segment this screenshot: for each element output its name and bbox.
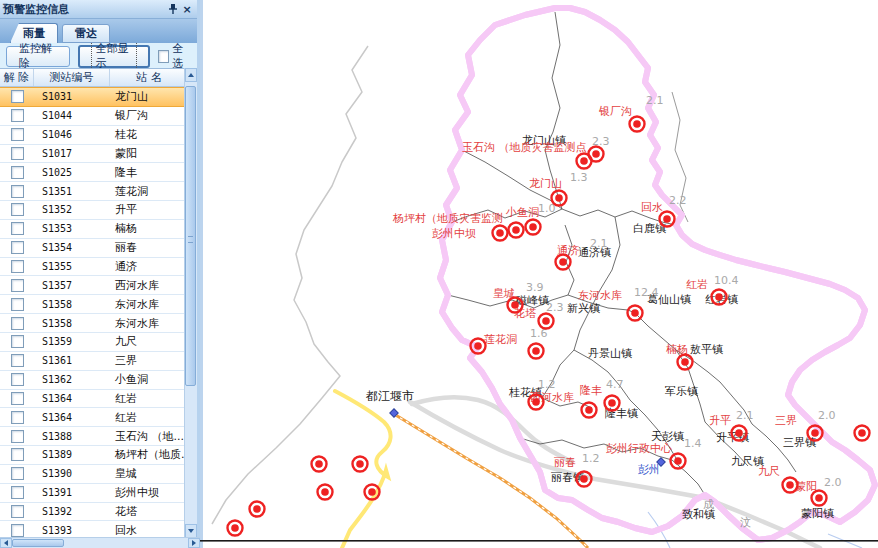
row-checkbox[interactable] (11, 373, 24, 386)
table-row[interactable]: S1393回水 (0, 521, 188, 538)
table-row[interactable]: S1355通济 (0, 258, 188, 277)
table-row[interactable]: S1364红岩 (0, 408, 188, 427)
station-marker[interactable] (855, 426, 870, 441)
table-row[interactable]: S1362小鱼洞 (0, 371, 188, 390)
col-release[interactable]: 解 除 (0, 69, 34, 86)
row-checkbox[interactable] (11, 524, 24, 537)
pin-icon[interactable] (166, 2, 180, 16)
table-row[interactable]: S1358东河水库 (0, 314, 188, 333)
table-row[interactable]: S1353楠杨 (0, 220, 188, 239)
station-marker[interactable] (493, 226, 508, 241)
table-row[interactable]: S1031龙门山 (0, 87, 188, 107)
station-marker[interactable] (589, 147, 604, 162)
row-checkbox[interactable] (11, 335, 24, 348)
table-row[interactable]: S1044银厂沟 (0, 107, 188, 126)
table-row[interactable]: S1357西河水库 (0, 276, 188, 295)
station-name: 楠杨 (110, 220, 188, 238)
station-marker[interactable] (582, 403, 597, 418)
horizontal-scroll-thumb[interactable] (12, 539, 64, 547)
station-label: 彭州行政中心 (606, 442, 672, 455)
station-marker[interactable] (812, 491, 827, 506)
station-name: 红岩 (110, 408, 188, 426)
select-all-checkbox[interactable] (158, 50, 169, 63)
station-code: S1351 (34, 182, 110, 200)
table-row[interactable]: S1389杨坪村（地质... (0, 446, 188, 465)
table-row[interactable]: S1358东河水库 (0, 295, 188, 314)
table-row[interactable]: S1025隆丰 (0, 163, 188, 182)
table-row[interactable]: S1392花塔 (0, 503, 188, 522)
town-label: 新兴镇 (567, 302, 600, 315)
table-row[interactable]: S1354丽春 (0, 239, 188, 258)
station-name: 东河水库 (110, 314, 188, 332)
row-checkbox[interactable] (11, 203, 24, 216)
station-marker[interactable] (628, 306, 643, 321)
row-checkbox[interactable] (11, 279, 24, 292)
row-checkbox[interactable] (11, 147, 24, 160)
row-checkbox[interactable] (11, 354, 24, 367)
station-marker[interactable] (318, 485, 333, 500)
monitor-release-button[interactable]: 监控解除 (6, 46, 70, 67)
station-name: 杨坪村（地质... (110, 446, 188, 464)
row-checkbox[interactable] (11, 505, 24, 518)
station-marker[interactable] (529, 344, 544, 359)
show-all-button[interactable]: 全部显示 (78, 45, 149, 68)
station-marker[interactable] (660, 212, 675, 227)
station-marker[interactable] (312, 457, 327, 472)
row-checkbox[interactable] (11, 298, 24, 311)
scroll-left-button[interactable] (0, 538, 12, 548)
row-checkbox[interactable] (11, 448, 24, 461)
table-row[interactable]: S1352升平 (0, 201, 188, 220)
row-checkbox[interactable] (11, 317, 24, 330)
scroll-up-button[interactable] (185, 68, 197, 82)
marker-dot (631, 309, 639, 317)
table-row[interactable]: S1351莲花洞 (0, 182, 188, 201)
table-row[interactable]: S1391彭州中坝 (0, 484, 188, 503)
station-name: 玉石沟 （地... (110, 427, 188, 445)
row-checkbox[interactable] (11, 241, 24, 254)
station-marker[interactable] (552, 191, 567, 206)
row-checkbox[interactable] (11, 392, 24, 405)
map-canvas[interactable]: 龙门山镇白鹿镇通济镇磁峰镇新兴镇葛仙山镇红岩镇敖平镇丹景山镇军乐镇隆丰镇天彭镇升… (200, 0, 878, 548)
vertical-scrollbar[interactable] (184, 68, 197, 538)
close-icon[interactable]: × (180, 2, 194, 16)
station-marker[interactable] (250, 502, 265, 517)
row-checkbox[interactable] (11, 222, 24, 235)
table-row[interactable]: S1359九尺 (0, 333, 188, 352)
station-marker[interactable] (353, 457, 368, 472)
station-marker[interactable] (630, 117, 645, 132)
row-checkbox[interactable] (11, 430, 24, 443)
tab-rainfall[interactable]: 雨量 (10, 23, 58, 43)
row-checkbox[interactable] (11, 411, 24, 424)
row-checkbox[interactable] (11, 185, 24, 198)
station-label: 小鱼洞 (505, 206, 539, 219)
station-marker[interactable] (509, 223, 524, 238)
row-checkbox[interactable] (11, 128, 24, 141)
table-row[interactable]: S1361三界 (0, 352, 188, 371)
table-row[interactable]: S1390皇城 (0, 465, 188, 484)
row-checkbox[interactable] (11, 467, 24, 480)
col-station-code[interactable]: 测站编号 (34, 69, 110, 86)
row-checkbox[interactable] (11, 486, 24, 499)
table-row[interactable]: S1046桂花 (0, 126, 188, 145)
toolbar: 监控解除 全部显示 全选 (0, 43, 197, 70)
row-checkbox[interactable] (11, 166, 24, 179)
col-station-name[interactable]: 站 名 (110, 69, 188, 86)
select-all[interactable]: 全选 (158, 41, 191, 71)
scroll-right-button[interactable] (188, 538, 200, 548)
station-marker[interactable] (228, 521, 243, 536)
panel-splitter[interactable] (200, 0, 203, 548)
horizontal-scrollbar[interactable] (0, 537, 200, 548)
table-row[interactable]: S1364红岩 (0, 390, 188, 409)
scroll-down-button[interactable] (185, 524, 197, 538)
station-name: 西河水库 (110, 276, 188, 294)
row-checkbox[interactable] (11, 109, 24, 122)
table-row[interactable]: S1388玉石沟 （地... (0, 427, 188, 446)
tab-radar[interactable]: 雷达 (62, 24, 110, 43)
row-checkbox[interactable] (11, 90, 24, 103)
table-row[interactable]: S1017蒙阳 (0, 145, 188, 164)
station-marker[interactable] (526, 220, 541, 235)
vertical-scroll-thumb[interactable] (185, 86, 196, 386)
station-code: S1358 (34, 314, 110, 332)
row-checkbox[interactable] (11, 260, 24, 273)
station-marker[interactable] (678, 355, 693, 370)
